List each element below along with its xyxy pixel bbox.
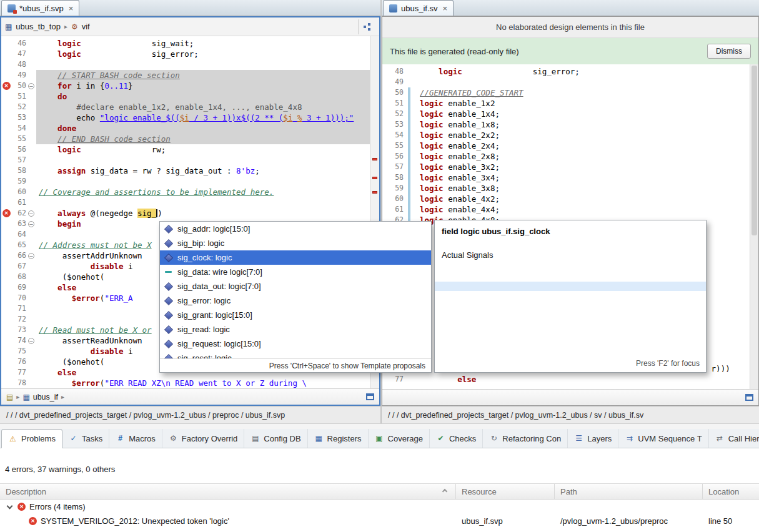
code-line[interactable]: 58 assign sig_data = rw ? sig_data_out :…: [1, 165, 379, 176]
fold-collapse-icon[interactable]: –: [28, 210, 34, 217]
error-mark[interactable]: [372, 191, 377, 194]
toggle-outline-button[interactable]: [358, 19, 375, 34]
code-line[interactable]: 53 echo "logic enable_$(($i / 3 + 1))x$(…: [1, 112, 379, 123]
completion-item[interactable]: sig_clock: logic: [160, 250, 431, 265]
code-line[interactable]: 54logic enable_2x2;: [382, 130, 758, 140]
line-number: 58: [382, 172, 404, 183]
code-line[interactable]: 55logic enable_2x4;: [382, 140, 758, 151]
code-line[interactable]: ✕62– always @(negedge sig_): [1, 208, 379, 219]
code-line[interactable]: 49 // START BASH code section: [1, 70, 379, 81]
code-line[interactable]: 52logic enable_1x4;: [382, 109, 758, 119]
code-text: [36, 59, 370, 70]
code-line[interactable]: 51logic enable_1x2: [382, 98, 758, 109]
fold-collapse-icon[interactable]: –: [28, 338, 34, 344]
line-number: 71: [11, 303, 26, 314]
panel-tab-problems[interactable]: ⚠Problems: [1, 429, 62, 448]
fold-collapse-icon[interactable]: –: [28, 253, 34, 259]
change-bar: [408, 204, 410, 215]
panel-tab-coverage[interactable]: ▣Coverage: [369, 429, 430, 448]
dismiss-button[interactable]: Dismiss: [707, 44, 751, 59]
gutter: 54: [382, 130, 417, 140]
problems-row[interactable]: ✕Errors (4 items): [0, 500, 759, 514]
code-line[interactable]: 77 else: [382, 374, 758, 385]
code-line[interactable]: 60logic enable_4x2;: [382, 194, 758, 204]
code-line[interactable]: 59logic enable_3x8;: [382, 183, 758, 194]
gutter: 78: [1, 378, 36, 388]
scrollbar-thumb[interactable]: [752, 66, 757, 235]
code-line[interactable]: ✕50– for i in {0..11}: [1, 81, 379, 91]
completion-item[interactable]: sig_read: logic: [160, 322, 431, 337]
fold-collapse-icon[interactable]: –: [28, 221, 34, 227]
group-label: Errors (4 items): [29, 502, 86, 511]
breadcrumb-item-ubus-tb-top[interactable]: ubus_tb_top: [16, 22, 61, 31]
code-line[interactable]: 49: [382, 77, 758, 87]
code-text: [36, 176, 370, 187]
code-line[interactable]: 48: [1, 59, 379, 70]
chevron-down-icon[interactable]: [7, 503, 13, 509]
chevron-right-icon: ▸: [64, 23, 67, 30]
info-popup-selection[interactable]: [435, 282, 706, 291]
completion-item[interactable]: sig_data_out: logic[7:0]: [160, 279, 431, 293]
code-text: logic enable_2x4;: [417, 140, 749, 151]
completion-item[interactable]: sig_error: logic: [160, 293, 431, 308]
code-line[interactable]: 50//GENERATED_CODE_START: [382, 87, 758, 98]
panel-tab-config-db[interactable]: ▤Config DB: [244, 429, 307, 448]
code-line[interactable]: 54 done: [1, 123, 379, 134]
code-line[interactable]: 48 logic sig_error;: [382, 66, 758, 77]
panel-tab-refactoring-con[interactable]: ↻Refactoring Con: [483, 429, 568, 448]
maximize-button[interactable]: [745, 394, 753, 401]
panel-tab-call-hierarchy[interactable]: ⇄Call Hierarchy: [709, 429, 759, 448]
column-resource[interactable]: Resource: [456, 484, 555, 499]
panel-tab-uvm-sequence-t[interactable]: ⇉UVM Sequence T: [618, 429, 708, 448]
panel-tab-factory-overrid[interactable]: ⚙Factory Overrid: [162, 429, 245, 448]
error-mark[interactable]: [372, 158, 377, 160]
completion-item[interactable]: sig_addr: logic[15:0]: [160, 222, 431, 236]
fold-collapse-icon[interactable]: –: [28, 83, 34, 89]
gutter: 48: [1, 59, 36, 70]
close-icon[interactable]: ×: [69, 4, 74, 13]
field-icon: [164, 355, 172, 359]
code-line[interactable]: 57: [1, 155, 379, 165]
error-mark[interactable]: [372, 177, 377, 179]
code-line[interactable]: 51 do: [1, 91, 379, 102]
column-location[interactable]: Location: [703, 484, 759, 499]
problems-row[interactable]: ✕SYSTEM_VERILOG_2012: Unexpected token '…: [0, 514, 759, 528]
breadcrumb-item-vif[interactable]: vif: [82, 22, 90, 31]
panel-tab-layers[interactable]: ☰Layers: [568, 429, 618, 448]
code-line[interactable]: 56logic enable_2x8;: [382, 151, 758, 162]
code-line[interactable]: 61logic enable_4x4;: [382, 204, 758, 215]
completion-item[interactable]: sig_reset: logic: [160, 351, 431, 358]
bottom-breadcrumb-module[interactable]: ubus_if: [33, 393, 58, 401]
panel-tab-registers[interactable]: ▦Registers: [308, 429, 369, 448]
tab-ubus-if-svp[interactable]: *ubus_if.svp ×: [1, 0, 79, 16]
panel-tab-checks[interactable]: ✔Checks: [430, 429, 483, 448]
completion-item[interactable]: sig_bip: logic: [160, 236, 431, 250]
code-line[interactable]: 53logic enable_1x8;: [382, 119, 758, 130]
completion-item[interactable]: sig_grant: logic[15:0]: [160, 308, 431, 322]
panel-tab-macros[interactable]: #Macros: [109, 429, 162, 448]
completion-item[interactable]: sig_request: logic[15:0]: [160, 337, 431, 351]
completion-item[interactable]: sig_data: wire logic[7:0]: [160, 265, 431, 279]
code-line[interactable]: 56 logic rw;: [1, 144, 379, 155]
maximize-button[interactable]: [366, 393, 374, 400]
vertical-scrollbar[interactable]: [750, 64, 758, 389]
tab-ubus-if-sv[interactable]: ubus_if.sv ×: [383, 0, 454, 16]
code-line[interactable]: 59: [1, 176, 379, 187]
column-path[interactable]: Path: [555, 484, 703, 499]
gutter: 47: [1, 49, 36, 59]
code-line[interactable]: 47 logic sig_error;: [1, 49, 379, 59]
code-line[interactable]: 46 logic sig_wait;: [1, 38, 379, 49]
panel-tab-tasks[interactable]: ✓Tasks: [62, 429, 109, 448]
code-line[interactable]: 78 $error("ERR READ XZ\n READ went to X …: [1, 378, 379, 388]
column-description[interactable]: Description: [0, 484, 456, 499]
code-line[interactable]: 52 #declare enable_1x2, enable_1x4, ...,…: [1, 102, 379, 112]
code-line[interactable]: 55 // END BASH code section: [1, 134, 379, 144]
code-line[interactable]: 61: [1, 197, 379, 208]
tab-title: *ubus_if.svp: [19, 4, 64, 13]
code-line[interactable]: 58logic enable_3x4;: [382, 172, 758, 183]
console-icon[interactable]: ▤: [6, 393, 13, 401]
code-line[interactable]: 57logic enable_3x2;: [382, 162, 758, 172]
field-icon: [164, 226, 172, 232]
code-line[interactable]: 60// Coverage and assertions to be imple…: [1, 187, 379, 197]
close-icon[interactable]: ×: [443, 4, 448, 13]
